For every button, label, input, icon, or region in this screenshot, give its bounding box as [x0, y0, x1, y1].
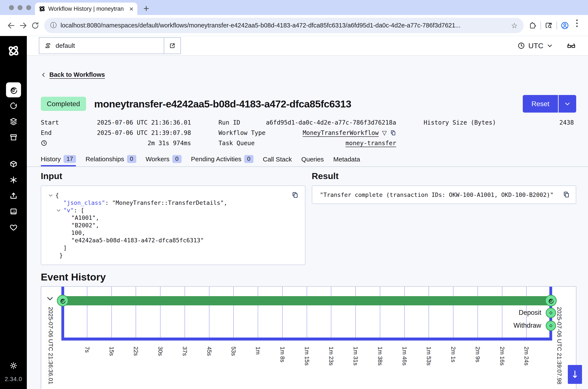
copy-icon[interactable]: [292, 192, 299, 198]
tab-close-icon[interactable]: ×: [129, 5, 134, 12]
timeline-tick-label: 2m 9s: [474, 347, 481, 362]
copy-icon[interactable]: [390, 130, 396, 136]
sidebar-item-archive[interactable]: [6, 130, 21, 145]
sidebar-item-nexus[interactable]: [6, 157, 21, 172]
address-bar[interactable]: ⓘ localhost:8080/namespaces/default/work…: [44, 18, 524, 33]
tab-metadata[interactable]: Metadata: [333, 156, 360, 166]
json-text: "B2002",: [71, 222, 99, 228]
json-text: {: [55, 192, 59, 198]
sidebar-item-docs[interactable]: [6, 204, 21, 219]
theme-toggle-sun-icon[interactable]: [9, 361, 18, 370]
json-text: ]: [63, 244, 67, 251]
sidebar-item-feedback[interactable]: [6, 220, 21, 235]
sidebar-item-schedules[interactable]: [6, 98, 21, 113]
toolbar-separator: [540, 21, 541, 30]
browser-tab[interactable]: Workflow History | moneytran ×: [35, 2, 137, 15]
namespace-topbar: default UTC: [27, 36, 588, 56]
timeline-tick-label: 7s: [84, 347, 90, 353]
sidebar-item-import-events[interactable]: [6, 188, 21, 203]
workflow-event-dot[interactable]: [57, 295, 69, 306]
window-minimize-button[interactable]: [18, 5, 23, 10]
tab-search-icon[interactable]: [543, 20, 555, 32]
namespace-icon: [44, 42, 51, 49]
timeline-gridline: [453, 287, 453, 338]
timeline-start-time-label: 2025-07-06 UTC 21:36:36.01: [47, 307, 54, 385]
workflow-tabs: History17Relationships0Workers0Pending A…: [41, 155, 576, 166]
namespace-select[interactable]: default: [39, 37, 181, 54]
timeline-tick-label: 37s: [181, 347, 188, 356]
browser-toolbar: ⓘ localhost:8080/namespaces/default/work…: [0, 15, 588, 36]
workflow-details: Start 2025-07-06 UTC 21:36:36.01 End 202…: [41, 117, 576, 148]
chevron-down-icon: [547, 43, 553, 49]
sidebar-item-namespaces[interactable]: [6, 114, 21, 129]
labs-glasses-icon[interactable]: [567, 41, 576, 50]
tab-pending-activities[interactable]: Pending Activities0: [191, 155, 253, 166]
json-text: }: [59, 252, 63, 259]
json-line: }: [55, 252, 299, 259]
bookmark-star-icon[interactable]: ☆: [511, 21, 518, 30]
tab-queries[interactable]: Queries: [301, 156, 324, 166]
namespace-external-link-icon[interactable]: [164, 38, 180, 54]
browser-menu-icon[interactable]: [571, 20, 583, 32]
duration-clock-icon: [41, 140, 47, 146]
timeline-expand-chevron-icon[interactable]: [46, 294, 54, 303]
task-queue-link[interactable]: money-transfer: [346, 140, 396, 147]
status-badge: Completed: [41, 97, 86, 111]
tab-history[interactable]: History17: [41, 155, 76, 166]
site-info-icon[interactable]: ⓘ: [50, 21, 57, 30]
tab-count-badge: 0: [244, 155, 253, 163]
reload-icon[interactable]: [29, 20, 41, 32]
activity-label-deposit: Deposit: [519, 309, 541, 317]
activity-marker-withdraw[interactable]: [546, 321, 556, 331]
activity-marker-deposit[interactable]: [546, 308, 556, 318]
scroll-to-bottom-button[interactable]: ↓: [568, 365, 582, 384]
back-to-workflows-link[interactable]: Back to Workflows: [49, 71, 105, 78]
tab-relationships[interactable]: Relationships0: [85, 155, 136, 166]
collapse-chevron-icon[interactable]: [56, 208, 61, 213]
sidebar-item-workflows[interactable]: [6, 82, 21, 97]
collapse-chevron-icon[interactable]: [48, 193, 53, 198]
workflow-event-dot[interactable]: [545, 295, 557, 306]
workflow-execution-span-bar: [60, 296, 554, 305]
input-heading: Input: [41, 171, 305, 181]
timeline-gridline: [380, 287, 380, 338]
event-history-heading: Event History: [41, 271, 576, 283]
tab-count-badge: 17: [64, 155, 76, 163]
window-maximize-button[interactable]: [26, 5, 31, 10]
filter-icon[interactable]: ▽: [382, 129, 387, 136]
tab-label: Queries: [301, 156, 324, 163]
timeline-tick-label: 2m 24s: [523, 347, 530, 366]
timeline-tick-label: 1m 31s: [352, 347, 359, 366]
extensions-icon[interactable]: [527, 20, 539, 32]
json-text: "A1001",: [71, 214, 99, 221]
timeline-tick-label: 30s: [157, 347, 164, 356]
timeline-gridline: [87, 287, 87, 338]
timeline-tick-label: 45s: [206, 347, 212, 356]
reset-menu-chevron-icon[interactable]: [559, 95, 576, 113]
copy-icon[interactable]: [563, 191, 570, 198]
window-close-button[interactable]: [9, 5, 14, 10]
temporal-logo[interactable]: [7, 45, 20, 57]
profile-avatar[interactable]: [559, 20, 571, 32]
window-controls: [9, 5, 31, 10]
timeline-gridline: [136, 287, 136, 338]
timezone-select[interactable]: UTC: [518, 42, 553, 50]
temporal-favicon-icon: [39, 5, 45, 12]
timeline-gridline: [282, 287, 283, 338]
reset-button[interactable]: Reset: [523, 95, 558, 113]
json-line: "e4242aa5-b08d-4183-a472-dfca85fc6313": [55, 236, 299, 244]
timeline-tick-label: 1m 38s: [377, 347, 383, 366]
timeline-gridline: [429, 287, 429, 338]
breadcrumb: Back to Workflows: [41, 71, 576, 78]
new-tab-button[interactable]: +: [143, 2, 149, 14]
tab-workers[interactable]: Workers0: [146, 155, 181, 166]
workflow-type-link[interactable]: MoneyTransferWorkflow: [303, 129, 379, 136]
forward-icon[interactable]: [17, 20, 29, 32]
tab-call-stack[interactable]: Call Stack: [263, 156, 292, 166]
event-history-timeline: 7s15s22s30s37s45s53s1m1m 8s1m 15s1m 23s1…: [41, 286, 576, 389]
json-line: "json_class": "MoneyTransfer::TransferDe…: [55, 199, 299, 206]
timeline-end-time-label: 2025-07-06 UTC 21:39:07.98: [556, 307, 562, 385]
sidebar-item-batch-operations[interactable]: [6, 172, 21, 187]
timeline-tick-label: 2m 16s: [499, 347, 505, 366]
back-icon[interactable]: [5, 20, 17, 32]
